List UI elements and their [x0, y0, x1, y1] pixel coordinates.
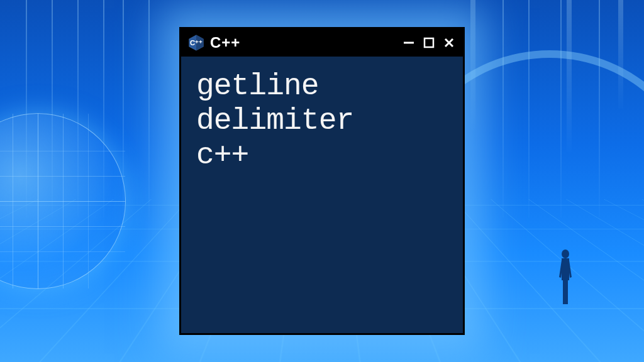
terminal-text: getline delimiter c++ [196, 69, 448, 173]
svg-point-0 [562, 250, 569, 258]
content-line-3: c++ [196, 138, 248, 172]
window-title: C++ [210, 34, 240, 52]
content-line-1: getline [196, 69, 319, 103]
window-controls [401, 35, 457, 50]
maximize-button[interactable] [421, 35, 436, 50]
cpp-logo-icon: C⁺⁺ [187, 34, 205, 52]
person-silhouette [556, 249, 575, 305]
svg-text:C⁺⁺: C⁺⁺ [190, 39, 203, 47]
content-line-2: delimiter [196, 104, 353, 138]
window-titlebar[interactable]: C⁺⁺ C++ [181, 29, 463, 57]
close-button[interactable] [441, 35, 457, 50]
svg-rect-5 [425, 38, 433, 47]
titlebar-left: C⁺⁺ C++ [187, 34, 240, 52]
minimize-button[interactable] [401, 35, 416, 50]
terminal-window: C⁺⁺ C++ getline delimiter c++ [179, 27, 465, 335]
terminal-content: getline delimiter c++ [181, 57, 463, 186]
